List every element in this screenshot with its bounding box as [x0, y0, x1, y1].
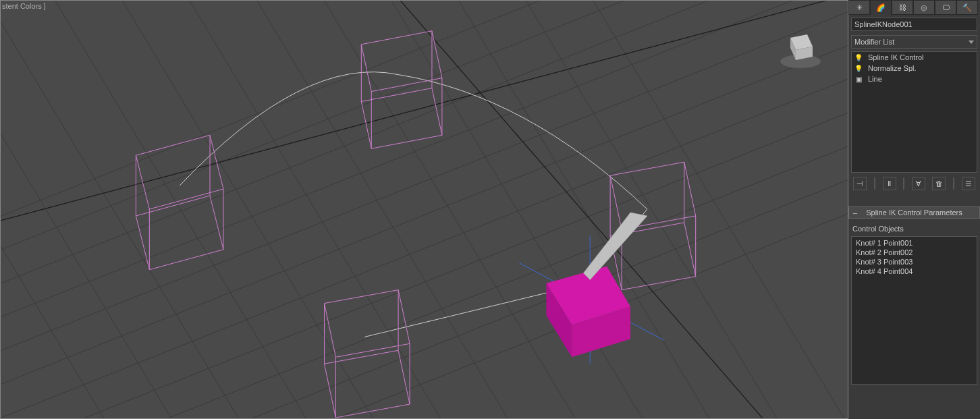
command-panel-tabs: ✳ 🌈 ⛓ ◎ 🖵 🔨: [848, 0, 980, 15]
chevron-down-icon: [969, 40, 974, 44]
list-item[interactable]: Knot# 4 Point004: [853, 267, 975, 276]
motion-tab[interactable]: ◎: [913, 0, 935, 15]
separator: [874, 177, 875, 190]
selected-object: [546, 267, 630, 358]
svg-line-4: [1, 1, 848, 304]
svg-line-5: [1, 1, 848, 270]
separator: [953, 177, 954, 190]
viewport-label: stent Colors ]: [2, 2, 46, 10]
lightbulb-icon: 💡: [854, 65, 863, 72]
svg-line-8: [1, 135, 848, 418]
hierarchy-icon: ⛓: [899, 3, 906, 11]
svg-line-2: [1, 1, 848, 370]
utilities-icon: 🔨: [962, 3, 972, 12]
trash-icon: 🗑: [935, 179, 943, 188]
svg-line-1: [1, 34, 848, 418]
svg-line-16: [304, 1, 607, 418]
point-helper-4: [324, 290, 410, 418]
modifier-stack[interactable]: 💡 Spline IK Control 💡 Normalize Spl. ▣ L…: [851, 51, 977, 173]
separator: [903, 177, 904, 190]
show-end-result-button[interactable]: Ⅱ: [883, 177, 896, 190]
make-unique-button[interactable]: ∀: [912, 177, 925, 190]
collapse-icon: –: [853, 208, 857, 217]
command-panel: ✳ 🌈 ⛓ ◎ 🖵 🔨 SplineIKNode001 Modifier Lis…: [848, 0, 980, 419]
list-item[interactable]: Knot# 1 Point001: [853, 238, 975, 248]
object-name-field[interactable]: SplineIKNode001: [851, 18, 977, 31]
svg-line-13: [103, 1, 406, 418]
control-objects-list[interactable]: Knot# 1 Point001 Knot# 2 Point002 Knot# …: [851, 236, 977, 385]
stack-item-label: Line: [868, 75, 882, 83]
stack-item[interactable]: 💡 Normalize Spl.: [852, 63, 977, 74]
svg-line-3: [1, 1, 848, 337]
svg-line-10: [1, 202, 848, 418]
modify-icon: 🌈: [876, 3, 886, 12]
display-tab[interactable]: 🖵: [935, 0, 956, 15]
display-icon: 🖵: [942, 3, 950, 11]
3d-viewport[interactable]: stent Colors ]: [0, 0, 848, 419]
svg-line-6: [1, 68, 848, 418]
control-objects-label: Control Objects: [848, 223, 980, 235]
stack-item[interactable]: ▣ Line: [852, 74, 977, 84]
stack-item[interactable]: 💡 Spline IK Control: [852, 52, 977, 63]
pin-stack-button[interactable]: ⊣: [853, 177, 867, 190]
create-tab[interactable]: ✳: [848, 0, 870, 15]
utilities-tab[interactable]: 🔨: [956, 0, 978, 15]
svg-line-23: [1, 1, 848, 256]
pin-icon: ⊣: [856, 179, 863, 188]
svg-line-9: [1, 169, 848, 418]
configure-icon: ☰: [965, 179, 972, 188]
unique-icon: ∀: [916, 179, 921, 188]
modifier-list-dropdown[interactable]: Modifier List: [851, 35, 977, 49]
stack-item-label: Normalize Spl.: [868, 64, 917, 72]
stack-toolbar: ⊣ Ⅱ ∀ 🗑 ☰: [848, 174, 980, 193]
svg-line-22: [1, 1, 136, 418]
configure-sets-button[interactable]: ☰: [962, 177, 975, 190]
rollout-header[interactable]: – Spline IK Control Parameters: [848, 206, 980, 219]
svg-line-14: [169, 1, 472, 418]
modifier-list-label: Modifier List: [854, 38, 894, 46]
remove-modifier-button[interactable]: 🗑: [932, 177, 946, 190]
list-item[interactable]: Knot# 3 Point003: [853, 257, 975, 267]
stack-item-label: Spline IK Control: [868, 53, 924, 61]
create-icon: ✳: [856, 3, 863, 12]
rollout-title: Spline IK Control Parameters: [866, 208, 962, 217]
expand-icon: ▣: [854, 76, 863, 83]
show-end-icon: Ⅱ: [888, 179, 891, 188]
view-cube[interactable]: [773, 21, 827, 75]
svg-line-15: [237, 1, 540, 418]
hierarchy-tab[interactable]: ⛓: [892, 0, 913, 15]
motion-icon: ◎: [921, 3, 927, 12]
list-item[interactable]: Knot# 2 Point002: [853, 248, 975, 257]
lightbulb-icon: 💡: [854, 54, 863, 61]
viewport-scene: [1, 1, 848, 418]
svg-line-7: [1, 102, 848, 418]
svg-line-0: [1, 1, 848, 404]
modify-tab[interactable]: 🌈: [870, 0, 892, 15]
